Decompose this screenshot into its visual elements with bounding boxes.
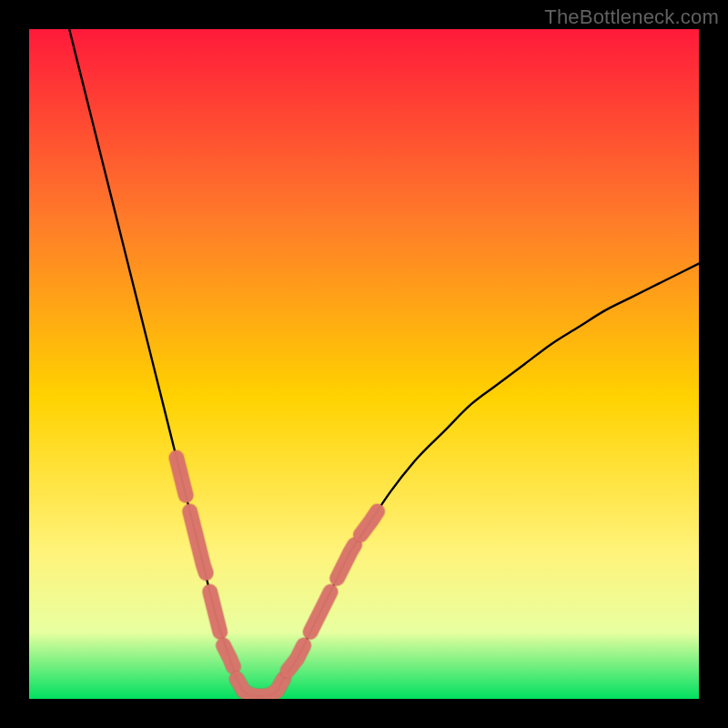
gradient-background — [29, 29, 699, 699]
marker-segment — [223, 645, 233, 667]
chart-frame — [29, 29, 699, 699]
bottleneck-chart — [29, 29, 699, 699]
marker-segment — [177, 458, 186, 495]
marker-segment — [210, 592, 220, 632]
watermark-text: TheBottleneck.com — [544, 5, 719, 29]
